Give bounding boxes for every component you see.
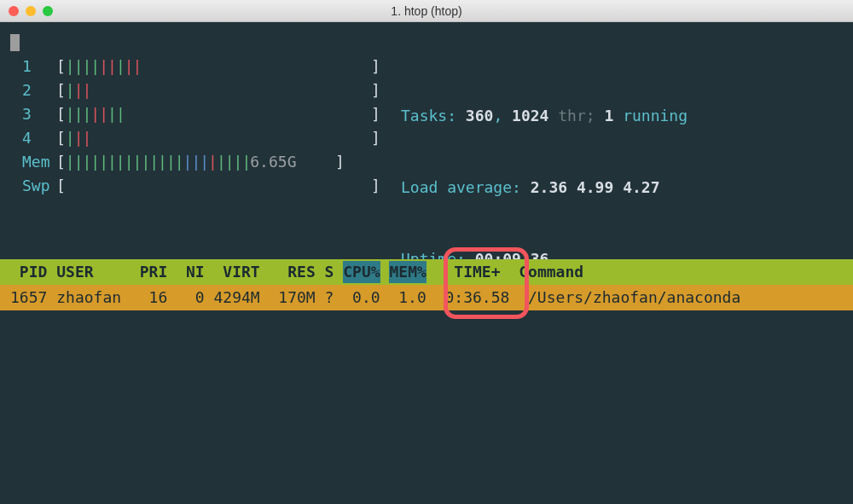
col-command[interactable]: Command [519, 263, 583, 281]
minimize-icon[interactable] [26, 6, 36, 16]
col-ni[interactable]: NI [186, 263, 205, 281]
terminal-window: 1. htop (htop) 1[|||||||||] 2[|||] 3[|||… [0, 0, 853, 504]
maximize-icon[interactable] [43, 6, 53, 16]
cell-pri: 16 [149, 288, 168, 306]
cell-res: 170M [278, 288, 315, 306]
tasks-line: Tasks: 360, 1024 thr; 1 running [401, 104, 688, 128]
cell-pid: 1657 [10, 288, 47, 306]
col-time[interactable]: TIME+ [454, 263, 500, 281]
process-table-header[interactable]: PID USER PRI NI VIRT RES S CPU% MEM% TIM… [0, 259, 853, 285]
close-icon[interactable] [9, 6, 19, 16]
cell-ni: 0 [195, 288, 205, 306]
col-pid[interactable]: PID [10, 263, 47, 281]
col-pri[interactable]: PRI [140, 263, 168, 281]
col-user[interactable]: USER [56, 263, 93, 281]
load-line: Load average: 2.36 4.99 4.27 [401, 176, 688, 200]
col-cpu[interactable]: CPU% [343, 261, 380, 283]
cell-virt: 4294M [213, 288, 259, 306]
terminal-content[interactable]: 1[|||||||||] 2[|||] 3[|||||||] 4[|||] Me… [0, 22, 853, 504]
titlebar: 1. htop (htop) [0, 0, 853, 22]
cell-time: 0:36.58 [444, 288, 509, 306]
col-s[interactable]: S [325, 263, 334, 281]
cell-mem: 1.0 [398, 288, 426, 306]
cell-command: /Users/zhaofan/anaconda [528, 288, 740, 306]
cell-s: ? [325, 288, 334, 306]
traffic-lights [9, 6, 53, 16]
col-virt[interactable]: VIRT [223, 263, 259, 281]
cursor-icon [10, 34, 20, 51]
cell-cpu: 0.0 [352, 288, 380, 306]
window-title: 1. htop (htop) [0, 4, 853, 18]
process-row[interactable]: 1657 zhaofan 16 0 4294M 170M ? 0.0 1.0 0… [0, 285, 853, 310]
col-mem[interactable]: MEM% [389, 261, 426, 283]
col-res[interactable]: RES [287, 263, 316, 281]
cell-user: zhaofan [56, 288, 121, 306]
